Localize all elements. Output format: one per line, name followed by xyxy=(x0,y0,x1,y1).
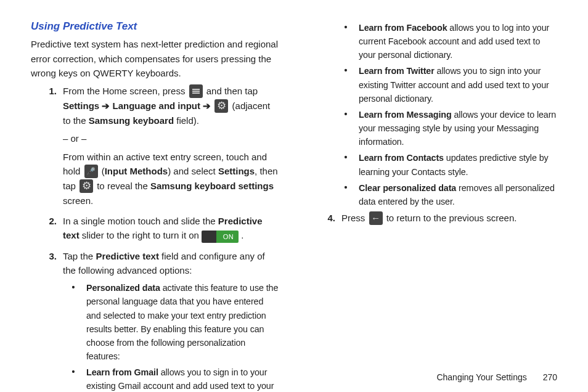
bullet-text: Personalized data activate this feature … xyxy=(86,281,279,363)
bullet-marker: • xyxy=(335,64,359,105)
bullet-text: Learn from Contacts updates predictive s… xyxy=(359,151,557,178)
arrow-icon: ➔ xyxy=(203,100,211,111)
gear-icon xyxy=(80,179,93,193)
bullet-marker: • xyxy=(335,21,359,62)
bullet-marker: • xyxy=(63,281,86,363)
left-column: Using Predictive Text Predictive text sy… xyxy=(31,18,279,392)
section-heading: Using Predictive Text xyxy=(31,18,279,35)
step-number: 4. xyxy=(309,211,341,229)
bullet-item: • Learn from Contacts updates predictive… xyxy=(335,151,557,178)
or-divider: – or – xyxy=(63,131,279,145)
arrow-icon: ➔ xyxy=(102,100,110,111)
step-2: 2. In a single motion touch and slide th… xyxy=(31,214,279,247)
bullet-text: Learn from Twitter allows you to sign in… xyxy=(359,64,557,105)
bullet-marker: • xyxy=(335,151,359,178)
step-number: 2. xyxy=(31,214,63,247)
bullet-marker: • xyxy=(335,181,359,208)
bullet-marker: • xyxy=(63,365,86,392)
intro-paragraph: Predictive text system has next-letter p… xyxy=(31,37,279,80)
step-number: 1. xyxy=(31,84,63,211)
bullet-item: • Personalized data activate this featur… xyxy=(63,281,279,363)
step-number: 3. xyxy=(31,249,63,392)
page-footer: Changing Your Settings 270 xyxy=(436,371,557,385)
back-icon xyxy=(369,211,383,225)
bullet-item: • Learn from Twitter allows you to sign … xyxy=(335,64,557,105)
step-4-body: Press to return to the previous screen. xyxy=(341,211,557,226)
bullet-item: • Learn from Facebook allows you to log … xyxy=(335,21,557,62)
bullet-item: • Learn from Messaging allows your devic… xyxy=(335,108,557,149)
step-3-body: Tap the Predictive text field and config… xyxy=(63,249,279,278)
step-1-line-2: From within an active text entry screen,… xyxy=(63,150,279,208)
step-1: 1. From the Home screen, press and then … xyxy=(31,84,279,211)
page-number: 270 xyxy=(543,372,557,382)
step-2-body: In a single motion touch and slide the P… xyxy=(63,214,279,243)
step-4: 4. Press to return to the previous scree… xyxy=(309,211,557,229)
bullet-text: Learn from Messaging allows your device … xyxy=(359,108,557,149)
right-column: • Learn from Facebook allows you to log … xyxy=(309,18,557,392)
step-1-line-1: From the Home screen, press and then tap… xyxy=(63,84,279,128)
bullet-item: • Clear personalized data removes all pe… xyxy=(335,181,557,208)
gear-icon xyxy=(214,99,228,113)
menu-icon xyxy=(189,84,203,98)
footer-section: Changing Your Settings xyxy=(436,372,526,382)
bullet-text: Learn from Facebook allows you to log in… xyxy=(359,21,557,62)
bullet-item: • Learn from Gmail allows you to sign in… xyxy=(63,365,279,392)
bullet-text: Learn from Gmail allows you to sign in t… xyxy=(86,365,279,392)
mic-icon xyxy=(84,165,98,178)
bullet-marker: • xyxy=(335,108,359,149)
bullet-text: Clear personalized data removes all pers… xyxy=(359,181,557,208)
on-toggle-icon: ON xyxy=(202,231,239,243)
step-3: 3. Tap the Predictive text field and con… xyxy=(31,249,279,392)
